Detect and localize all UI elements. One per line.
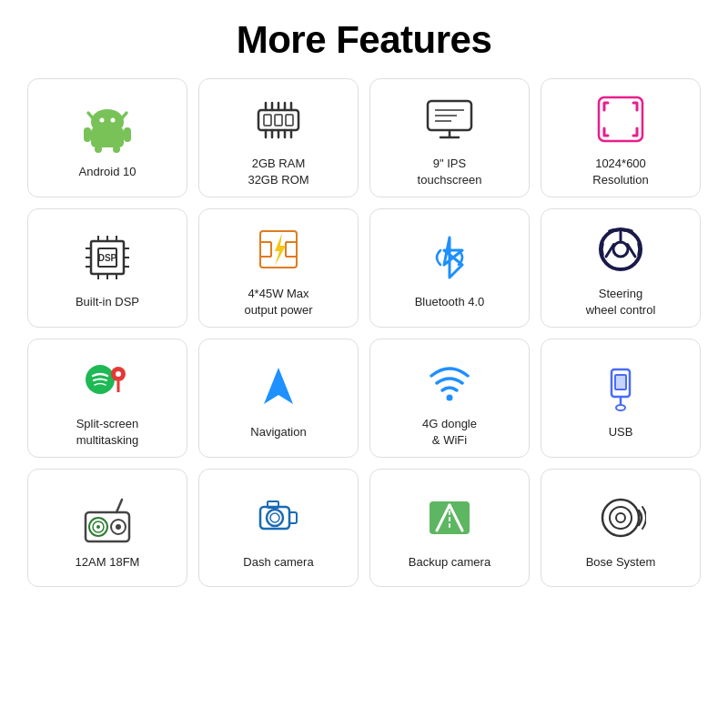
svg-rect-6 bbox=[95, 146, 102, 153]
screen-icon bbox=[420, 90, 479, 148]
dashcam-icon bbox=[249, 489, 308, 547]
backup-label: Backup camera bbox=[409, 554, 490, 571]
screen-label: 9" IPStouchscreen bbox=[418, 156, 482, 187]
android-label: Android 10 bbox=[79, 164, 136, 180]
backup-icon bbox=[420, 489, 479, 547]
feature-card-steering: Steeringwheel control bbox=[541, 208, 701, 328]
svg-rect-65 bbox=[615, 375, 626, 389]
steering-label: Steeringwheel control bbox=[586, 286, 656, 318]
svg-point-68 bbox=[616, 405, 625, 410]
feature-card-dongle: 4G dongle& WiFi bbox=[369, 339, 530, 458]
dongle-label: 4G dongle& WiFi bbox=[422, 416, 477, 448]
feature-card-resolution: 1024*600Resolution bbox=[541, 78, 701, 197]
bose-icon bbox=[592, 489, 650, 547]
feature-card-bose: Bose System bbox=[541, 469, 701, 587]
splitscreen-label: Split-screenmultitasking bbox=[76, 416, 139, 448]
dsp-icon: DSP bbox=[78, 228, 136, 287]
svg-point-73 bbox=[96, 525, 100, 529]
svg-point-75 bbox=[116, 524, 121, 530]
svg-point-78 bbox=[270, 513, 279, 522]
feature-card-dsp: DSP Built-in DSP bbox=[27, 208, 187, 328]
splitscreen-icon bbox=[78, 350, 136, 409]
dashcam-label: Dash camera bbox=[243, 554, 313, 571]
svg-point-3 bbox=[100, 117, 105, 122]
resolution-icon bbox=[592, 90, 650, 148]
feature-card-navigation: Navigation bbox=[198, 339, 359, 458]
dsp-label: Built-in DSP bbox=[76, 294, 139, 310]
features-grid: Android 10 2GB RAM32GB ROM bbox=[27, 78, 701, 587]
dongle-icon bbox=[420, 350, 479, 409]
usb-label: USB bbox=[609, 424, 633, 440]
power-icon bbox=[249, 220, 308, 278]
svg-point-63 bbox=[447, 395, 453, 401]
feature-card-bluetooth: Bluetooth 4.0 bbox=[369, 208, 530, 328]
svg-rect-22 bbox=[275, 115, 282, 126]
ram-icon bbox=[249, 90, 308, 148]
svg-line-2 bbox=[122, 113, 126, 118]
svg-rect-5 bbox=[91, 127, 124, 147]
svg-rect-23 bbox=[286, 115, 293, 126]
svg-point-86 bbox=[610, 507, 632, 529]
feature-card-radio: 12AM 18FM bbox=[27, 469, 187, 587]
svg-rect-8 bbox=[84, 127, 91, 142]
svg-line-70 bbox=[116, 500, 122, 512]
feature-card-ram: 2GB RAM32GB ROM bbox=[198, 78, 359, 197]
radio-icon bbox=[78, 489, 136, 547]
resolution-label: 1024*600Resolution bbox=[592, 156, 648, 187]
navigation-label: Navigation bbox=[250, 424, 306, 440]
svg-point-87 bbox=[616, 513, 625, 522]
radio-label: 12AM 18FM bbox=[76, 554, 140, 571]
feature-card-splitscreen: Split-screenmultitasking bbox=[27, 339, 187, 458]
feature-card-dashcam: Dash camera bbox=[198, 469, 359, 587]
svg-marker-53 bbox=[275, 233, 286, 266]
svg-marker-62 bbox=[264, 368, 293, 404]
power-label: 4*45W Maxoutput power bbox=[244, 286, 312, 318]
feature-card-android: Android 10 bbox=[27, 78, 187, 197]
svg-rect-9 bbox=[124, 127, 131, 142]
feature-card-backup: Backup camera bbox=[369, 469, 530, 587]
svg-point-77 bbox=[267, 510, 283, 526]
svg-text:DSP: DSP bbox=[98, 253, 117, 263]
navigation-icon bbox=[249, 359, 308, 417]
android-icon bbox=[78, 98, 136, 157]
svg-rect-21 bbox=[264, 115, 271, 126]
usb-icon bbox=[592, 359, 650, 417]
svg-point-4 bbox=[111, 117, 116, 122]
svg-point-61 bbox=[116, 371, 121, 377]
bluetooth-icon bbox=[420, 228, 479, 287]
svg-rect-7 bbox=[113, 146, 120, 153]
feature-card-usb: USB bbox=[541, 339, 701, 458]
bluetooth-label: Bluetooth 4.0 bbox=[415, 294, 485, 310]
steering-icon bbox=[592, 220, 650, 278]
svg-line-1 bbox=[88, 113, 93, 118]
bose-label: Bose System bbox=[586, 554, 656, 571]
page-title: More Features bbox=[237, 18, 492, 62]
svg-point-85 bbox=[602, 500, 639, 536]
feature-card-power: 4*45W Maxoutput power bbox=[198, 208, 359, 328]
svg-point-55 bbox=[613, 242, 628, 257]
feature-card-screen: 9" IPStouchscreen bbox=[369, 78, 530, 197]
ram-label: 2GB RAM32GB ROM bbox=[248, 156, 308, 187]
